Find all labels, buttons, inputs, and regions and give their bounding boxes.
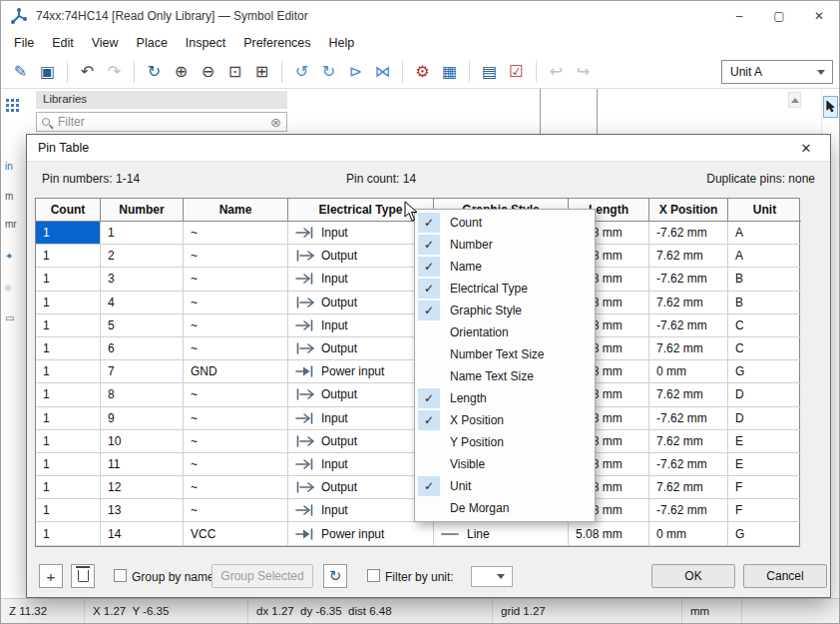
column-menu-item-visible[interactable]: Visible (415, 453, 595, 475)
rotate-cw-icon[interactable]: ↻ (317, 59, 341, 85)
rotate-ccw-icon[interactable]: ↺ (290, 59, 314, 85)
column-menu-item-number-text-size[interactable]: Number Text Size (415, 343, 595, 365)
cell-electrical-type[interactable]: Output (288, 292, 434, 314)
column-menu-item-count[interactable]: ✓Count (415, 212, 595, 234)
cell-count[interactable]: 1 (36, 407, 101, 430)
dialog-close-button[interactable]: ✕ (793, 141, 819, 156)
mirror-vertical-icon[interactable]: ⋈ (371, 59, 395, 85)
undo-icon[interactable]: ↶ (76, 59, 100, 85)
column-menu-item-name-text-size[interactable]: Name Text Size (415, 365, 595, 387)
cell-x-position[interactable]: -7.62 mm (649, 268, 728, 291)
column-header-name[interactable]: Name (184, 199, 288, 222)
cell-number[interactable]: 4 (101, 292, 184, 314)
cell-name[interactable]: ~ (184, 245, 288, 268)
cell-count[interactable]: 1 (36, 522, 101, 545)
cell-x-position[interactable]: 0 mm (649, 360, 728, 383)
minimize-button[interactable]: – (719, 1, 759, 31)
column-menu-item-x-position[interactable]: ✓X Position (415, 409, 595, 431)
cell-unit[interactable]: E (728, 430, 801, 453)
cell-number[interactable]: 5 (101, 314, 184, 337)
cell-name[interactable]: GND (184, 360, 288, 383)
cell-electrical-type[interactable]: Output (288, 245, 434, 268)
menu-view[interactable]: View (83, 33, 128, 53)
cell-unit[interactable]: E (728, 453, 801, 476)
add-pin-button[interactable]: + (39, 564, 63, 588)
cell-name[interactable]: ~ (184, 268, 288, 291)
cancel-button[interactable]: Cancel (743, 564, 827, 588)
maximize-button[interactable]: ▢ (759, 1, 799, 31)
cell-unit[interactable]: C (728, 314, 801, 337)
symbol-properties-icon[interactable]: ⚙ (411, 59, 435, 85)
unit-selector[interactable]: Unit A (721, 60, 833, 84)
unit-filter-dropdown[interactable] (471, 566, 513, 587)
cell-count[interactable]: 1 (36, 245, 101, 268)
filter-by-unit-checkbox[interactable] (367, 569, 380, 582)
cell-electrical-type[interactable]: Input (288, 453, 434, 476)
column-menu-item-length[interactable]: ✓Length (415, 387, 595, 409)
cell-count[interactable]: 1 (36, 383, 101, 406)
cell-number[interactable]: 9 (101, 407, 184, 430)
column-header-number[interactable]: Number (101, 199, 184, 222)
cell-x-position[interactable]: 0 mm (649, 522, 728, 545)
pin-table-row[interactable]: 114VCCPower inputLine5.08 mm0 mmG (36, 522, 799, 545)
pin-type-names-icon[interactable]: in (5, 161, 13, 172)
cell-count[interactable]: 1 (36, 499, 101, 522)
cell-unit[interactable]: B (728, 292, 801, 314)
column-menu-item-name[interactable]: ✓Name (415, 256, 595, 278)
cell-graphic-style[interactable]: Line (434, 522, 569, 545)
redo-icon[interactable]: ↷ (103, 59, 127, 85)
cell-x-position[interactable]: 7.62 mm (649, 383, 728, 406)
bookmark-tool-icon[interactable]: ✦ (5, 251, 13, 262)
group-by-name-checkbox[interactable] (114, 569, 127, 582)
cell-unit[interactable]: A (728, 245, 801, 268)
cell-name[interactable]: ~ (184, 337, 288, 360)
group-selected-button[interactable]: Group Selected (211, 564, 313, 588)
menu-preferences[interactable]: Preferences (234, 33, 319, 53)
cell-x-position[interactable]: 7.62 mm (649, 292, 728, 314)
refresh-view-icon[interactable]: ↻ (143, 59, 167, 85)
column-header-x-position[interactable]: X Position (649, 199, 728, 222)
cell-length[interactable]: 5.08 mm (569, 522, 649, 545)
new-symbol-icon[interactable]: ✎ (9, 59, 33, 85)
cell-electrical-type[interactable]: Output (288, 430, 434, 453)
cell-count[interactable]: 1 (36, 337, 101, 360)
pin-name-toggle-icon[interactable]: m (5, 191, 13, 202)
mirror-horizontal-icon[interactable]: ⊳ (344, 59, 368, 85)
erc-check-icon[interactable]: ☑ (505, 59, 529, 85)
cell-name[interactable]: VCC (184, 522, 288, 545)
menu-edit[interactable]: Edit (43, 33, 83, 53)
cell-unit[interactable]: B (728, 268, 801, 291)
column-menu-item-number[interactable]: ✓Number (415, 234, 595, 256)
grid-toggle-icon[interactable] (5, 98, 21, 114)
close-button[interactable]: ✕ (799, 1, 839, 31)
cell-x-position[interactable]: 7.62 mm (649, 430, 728, 453)
column-menu-item-y-position[interactable]: Y Position (415, 431, 595, 453)
cell-unit[interactable]: D (728, 407, 801, 430)
cell-x-position[interactable]: 7.62 mm (649, 476, 728, 499)
cell-number[interactable]: 2 (101, 245, 184, 268)
column-header-count[interactable]: Count (36, 199, 101, 222)
delete-pin-button[interactable] (71, 564, 95, 588)
cell-number[interactable]: 7 (101, 360, 184, 383)
cell-x-position[interactable]: -7.62 mm (649, 499, 728, 522)
cell-name[interactable]: ~ (184, 407, 288, 430)
zoom-out-icon[interactable]: ⊖ (197, 59, 220, 85)
cell-electrical-type[interactable]: Power input (288, 360, 434, 383)
menu-file[interactable]: File (5, 33, 43, 53)
cell-number[interactable]: 10 (101, 430, 184, 453)
cell-unit[interactable]: D (728, 383, 801, 406)
cell-number[interactable]: 11 (101, 453, 184, 476)
column-menu-item-orientation[interactable]: Orientation (415, 321, 595, 343)
cell-unit[interactable]: G (728, 360, 801, 383)
cell-unit[interactable]: A (728, 222, 801, 245)
cell-electrical-type[interactable]: Input (288, 222, 434, 245)
cell-number[interactable]: 13 (101, 499, 184, 522)
zoom-selection-icon[interactable]: ⊞ (250, 59, 274, 85)
refresh-grouping-button[interactable]: ↻ (323, 564, 347, 588)
cell-number[interactable]: 3 (101, 268, 184, 291)
cell-electrical-type[interactable]: Input (288, 268, 434, 291)
cell-name[interactable]: ~ (184, 453, 288, 476)
cell-electrical-type[interactable]: Output (288, 337, 434, 360)
cell-electrical-type[interactable]: Input (288, 407, 434, 430)
cell-electrical-type[interactable]: Input (288, 499, 434, 522)
